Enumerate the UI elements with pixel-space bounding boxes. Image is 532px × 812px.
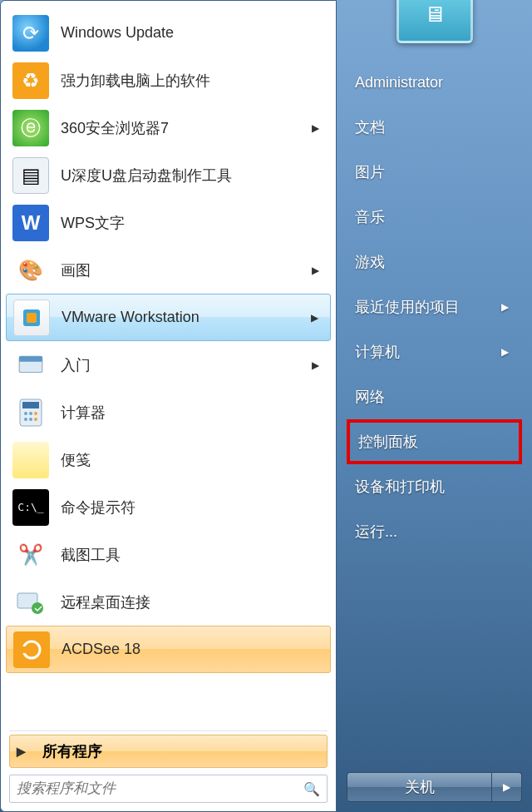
shutdown-label: 关机 (405, 777, 435, 797)
right-item-label: 计算机 (355, 342, 400, 362)
chevron-right-icon: ▶ (501, 301, 514, 313)
chevron-right-icon: ▶ (312, 359, 324, 371)
program-label: 命令提示符 (61, 498, 324, 517)
start-menu: ⟳ Windows Update ♻ 强力卸载电脑上的软件 ⓔ 360安全浏览器… (0, 0, 532, 812)
program-wps[interactable]: W WPS文字 (6, 199, 331, 246)
all-programs[interactable]: ▶ 所有程序 (9, 735, 328, 768)
svg-rect-15 (22, 646, 27, 653)
chevron-right-icon: ▶ (312, 265, 324, 276)
sticky-notes-icon (12, 442, 49, 478)
chevron-right-icon: ▶ (311, 312, 323, 324)
program-paint[interactable]: 🎨 画图 ▶ (6, 246, 331, 294)
svg-point-13 (32, 602, 43, 614)
svg-point-8 (34, 412, 37, 415)
right-item-network[interactable]: 网络 (347, 374, 522, 419)
program-remote-desktop[interactable]: 远程桌面连接 (6, 578, 331, 626)
getting-started-icon (12, 347, 49, 384)
right-item-user[interactable]: Administrator (347, 60, 522, 105)
program-vmware[interactable]: VMware Workstation ▶ (6, 294, 331, 341)
svg-point-6 (24, 412, 27, 415)
svg-point-10 (29, 418, 32, 421)
right-item-documents[interactable]: 文档 (347, 105, 522, 150)
right-item-label: Administrator (355, 74, 443, 92)
program-sticky-notes[interactable]: 便笺 (6, 436, 331, 483)
divider (9, 730, 328, 731)
program-label: ACDSee 18 (62, 641, 323, 658)
program-label: 远程桌面连接 (61, 592, 324, 612)
program-uninstall[interactable]: ♻ 强力卸载电脑上的软件 (6, 57, 331, 104)
cmd-icon: C:\_ (12, 489, 49, 526)
usb-boot-icon: ▤ (12, 157, 49, 194)
wps-icon: W (12, 205, 49, 241)
shutdown-row: 关机 ▶ (347, 772, 522, 805)
right-item-computer[interactable]: 计算机 ▶ (347, 329, 522, 374)
shutdown-options-button[interactable]: ▶ (492, 772, 522, 802)
program-label: WPS文字 (61, 213, 324, 233)
browser-360-icon: ⓔ (12, 110, 49, 146)
program-snipping-tool[interactable]: ✂️ 截图工具 (6, 531, 331, 578)
search-icon[interactable]: 🔍 (303, 781, 320, 797)
program-label: U深度U盘启动盘制作工具 (61, 166, 324, 186)
left-pane: ⟳ Windows Update ♻ 强力卸载电脑上的软件 ⓔ 360安全浏览器… (0, 0, 337, 812)
right-item-recent[interactable]: 最近使用的项目 ▶ (347, 285, 522, 329)
rdp-icon (12, 584, 49, 621)
svg-rect-5 (22, 402, 39, 408)
program-list: ⟳ Windows Update ♻ 强力卸载电脑上的软件 ⓔ 360安全浏览器… (1, 6, 336, 729)
vmware-icon (13, 300, 50, 336)
right-item-music[interactable]: 音乐 (347, 195, 522, 240)
svg-point-9 (24, 418, 27, 421)
right-item-label: 游戏 (355, 252, 385, 272)
right-item-label: 控制面板 (358, 432, 418, 452)
svg-rect-1 (27, 313, 37, 323)
right-item-pictures[interactable]: 图片 (347, 150, 522, 195)
chevron-right-icon: ▶ (312, 122, 324, 134)
program-calculator[interactable]: 计算器 (6, 389, 331, 436)
chevron-right-icon: ▶ (501, 346, 514, 358)
right-item-label: 最近使用的项目 (355, 297, 460, 317)
search-input[interactable] (17, 780, 303, 797)
right-item-label: 图片 (355, 162, 385, 182)
program-360-browser[interactable]: ⓔ 360安全浏览器7 ▶ (6, 104, 331, 151)
acdsee-icon (13, 631, 50, 668)
svg-rect-3 (19, 356, 42, 361)
program-windows-update[interactable]: ⟳ Windows Update (6, 9, 331, 57)
calculator-icon (12, 394, 49, 431)
svg-point-11 (34, 418, 37, 421)
right-item-run[interactable]: 运行... (347, 509, 522, 554)
right-item-label: 运行... (355, 522, 397, 542)
program-label: 截图工具 (61, 545, 324, 565)
scissors-icon: ✂️ (12, 537, 49, 573)
uninstall-icon: ♻ (12, 62, 49, 99)
right-item-label: 音乐 (355, 207, 385, 227)
program-label: 便笺 (61, 450, 324, 470)
shutdown-button[interactable]: 关机 (347, 772, 492, 802)
user-picture[interactable]: 🖥 (397, 0, 473, 43)
program-label: 入门 (61, 355, 312, 375)
program-label: 强力卸载电脑上的软件 (61, 71, 324, 91)
right-item-devices-printers[interactable]: 设备和打印机 (347, 464, 522, 509)
paint-icon: 🎨 (12, 252, 49, 289)
program-label: 计算器 (61, 403, 324, 423)
right-item-games[interactable]: 游戏 (347, 240, 522, 285)
chevron-right-icon: ▶ (17, 745, 31, 758)
program-cmd[interactable]: C:\_ 命令提示符 (6, 483, 331, 531)
program-label: 画图 (61, 260, 312, 280)
search-box[interactable]: 🔍 (9, 775, 328, 803)
right-item-label: 网络 (355, 387, 385, 407)
program-getting-started[interactable]: 入门 ▶ (6, 341, 331, 389)
program-label: 360安全浏览器7 (61, 118, 312, 138)
right-item-label: 文档 (355, 117, 385, 137)
program-label: Windows Update (61, 24, 324, 42)
program-acdsee[interactable]: ACDSee 18 (6, 626, 331, 673)
right-pane: 🖥 Administrator 文档 图片 音乐 游戏 最近使用的项目 ▶ 计算… (337, 0, 532, 812)
program-label: VMware Workstation (62, 309, 311, 326)
right-item-control-panel[interactable]: 控制面板 (347, 419, 522, 464)
right-item-label: 设备和打印机 (355, 477, 445, 497)
all-programs-label: 所有程序 (42, 741, 102, 761)
windows-update-icon: ⟳ (12, 15, 49, 52)
svg-point-7 (29, 412, 32, 415)
program-usb-boot[interactable]: ▤ U深度U盘启动盘制作工具 (6, 151, 331, 199)
